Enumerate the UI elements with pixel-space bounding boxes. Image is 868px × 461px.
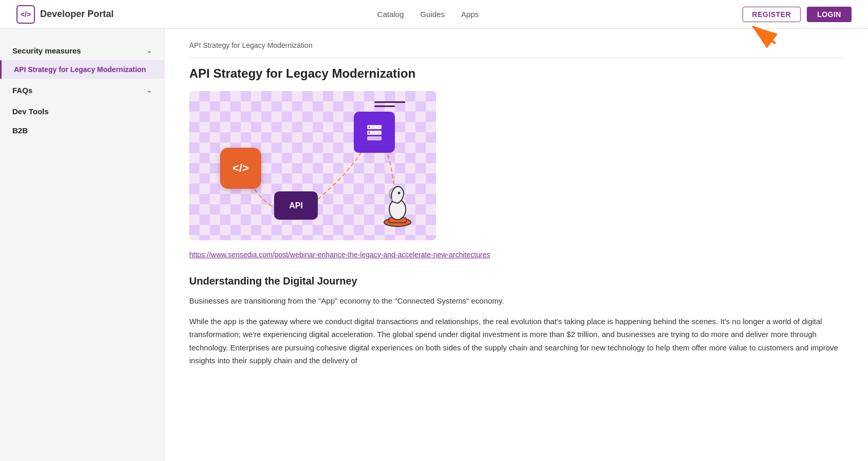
nav-apps[interactable]: Apps xyxy=(461,10,479,19)
sidebar-item-dev-tools[interactable]: Dev Tools xyxy=(0,102,164,121)
nav-catalog[interactable]: Catalog xyxy=(377,10,404,19)
header: </> Developer Portal Catalog Guides Apps… xyxy=(0,0,868,29)
section1-para1: Businesses are transitioning from the "A… xyxy=(189,294,843,308)
logo-text: Developer Portal xyxy=(40,9,114,20)
svg-point-9 xyxy=(398,192,401,194)
chevron-down-icon-faqs: ⌄ xyxy=(147,87,152,94)
svg-point-5 xyxy=(369,132,370,134)
article-link[interactable]: https://www.sensedia.com/post/webinar-en… xyxy=(189,251,843,259)
sidebar-section-security: Security measures ⌄ API Strategy for Leg… xyxy=(0,41,164,79)
nav-guides[interactable]: Guides xyxy=(420,10,445,19)
sidebar: Security measures ⌄ API Strategy for Leg… xyxy=(0,29,165,461)
chess-piece xyxy=(379,179,415,230)
section1-title: Understanding the Digital Journey xyxy=(189,275,843,287)
page-title: API Strategy for Legacy Modernization xyxy=(189,66,843,81)
sidebar-section-faqs: FAQs ⌄ xyxy=(0,81,164,100)
chevron-down-icon: ⌄ xyxy=(147,47,152,55)
page-layout: Security measures ⌄ API Strategy for Leg… xyxy=(0,29,868,461)
logo-icon: </> xyxy=(16,5,35,24)
sidebar-section-faqs-header[interactable]: FAQs ⌄ xyxy=(0,81,164,100)
section1-para2: While the app is the gateway where we co… xyxy=(189,315,843,367)
api-label-box: API xyxy=(274,191,318,220)
register-button[interactable]: REGISTER xyxy=(743,7,801,22)
sidebar-item-b2b[interactable]: B2B xyxy=(0,121,164,140)
hero-image: </> API xyxy=(189,91,436,240)
main-nav: Catalog Guides Apps xyxy=(377,10,479,19)
nav-actions: REGISTER LOGIN xyxy=(743,7,852,22)
svg-point-4 xyxy=(369,127,370,128)
server-icon-box xyxy=(354,112,395,153)
decoration-lines xyxy=(374,101,405,107)
svg-rect-3 xyxy=(367,136,382,140)
sidebar-item-api-strategy[interactable]: API Strategy for Legacy Modernization xyxy=(0,60,164,79)
code-icon-box: </> xyxy=(220,148,261,189)
login-button[interactable]: LOGIN xyxy=(807,7,852,22)
sidebar-section-security-header[interactable]: Security measures ⌄ xyxy=(0,41,164,60)
logo[interactable]: </> Developer Portal xyxy=(16,5,114,24)
main-content: API Strategy for Legacy Modernization AP… xyxy=(165,29,868,461)
breadcrumb: API Strategy for Legacy Modernization xyxy=(189,41,843,58)
